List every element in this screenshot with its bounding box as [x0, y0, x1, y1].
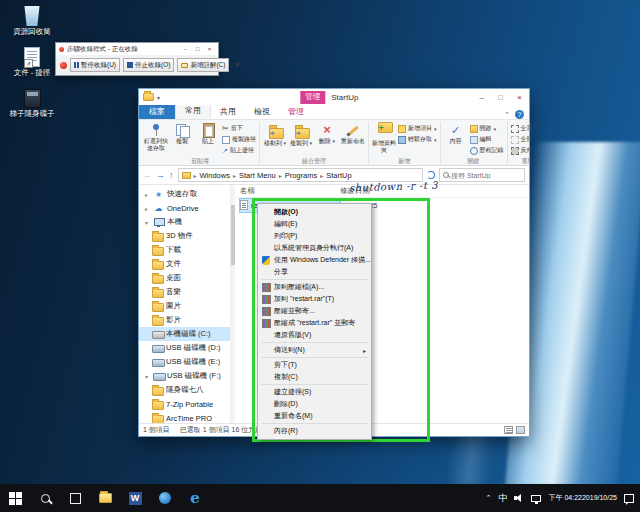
help-icon[interactable]: ?: [515, 110, 524, 119]
desktop-icon-usb-box[interactable]: 梯子隨身碟子: [5, 89, 59, 118]
menu-item-add-to-restart-rar[interactable]: 加到 "restart.rar"(T): [258, 293, 371, 305]
sidebar-item-local-disk-c[interactable]: 本機磁碟 (C:): [139, 327, 230, 341]
steps-recorder-titlebar[interactable]: 步驟收錄程式 - 正在收錄 – □ ×: [56, 43, 218, 55]
task-view-button[interactable]: [60, 484, 90, 512]
menu-item-send-to[interactable]: 傳送到(N)▸: [258, 344, 371, 356]
taskbar-file-explorer[interactable]: [90, 484, 120, 512]
sidebar-item-pictures[interactable]: 圖片: [139, 299, 230, 313]
new-item-button[interactable]: 新增項目▾: [398, 124, 437, 133]
close-icon[interactable]: ×: [510, 90, 529, 104]
breadcrumb-item[interactable]: Windows: [200, 171, 230, 180]
collapse-ribbon-icon[interactable]: ⌃: [504, 111, 510, 119]
history-button[interactable]: 歷程記錄: [470, 146, 504, 155]
menu-item-delete[interactable]: 刪除(D): [258, 398, 371, 410]
add-comment-button[interactable]: 新增註解(C): [177, 58, 229, 72]
pause-record-button[interactable]: 暫停收錄(U): [70, 58, 120, 72]
properties-button[interactable]: ✓ 內容: [444, 122, 468, 145]
chevron-down-icon[interactable]: ▼: [232, 62, 242, 68]
menu-item-compress-to-restart-rar-and-email[interactable]: 壓縮成 "restart.rar" 並郵寄: [258, 317, 371, 329]
breadcrumb-item[interactable]: Start Menu: [239, 171, 276, 180]
sidebar-item-quick-access[interactable]: ▸★快速存取: [139, 187, 230, 201]
menu-item-compress-and-email[interactable]: 壓縮並郵寄...: [258, 305, 371, 317]
rename-button[interactable]: 重新命名: [341, 122, 365, 145]
tab-file[interactable]: 檔案: [139, 104, 175, 119]
app-tools-context-header[interactable]: 管理: [300, 91, 325, 104]
sidebar-item-videos[interactable]: 影片: [139, 313, 230, 327]
breadcrumb[interactable]: ▸ Windows ▸ Start Menu ▸ Programs ▸ Star…: [178, 168, 424, 182]
sidebar-item-onedrive[interactable]: ▸☁OneDrive: [139, 201, 230, 215]
sidebar-item-usb-d[interactable]: USB 磁碟機 (D:): [139, 341, 230, 355]
select-none-button[interactable]: 全部不選: [511, 135, 529, 144]
sidebar-item-this-pc[interactable]: ▾本機: [139, 215, 230, 229]
sidebar-item-usb-f[interactable]: ▾USB 磁碟機 (F:): [139, 369, 230, 383]
tab-view[interactable]: 檢視: [245, 104, 279, 119]
hidden-icons-chevron-icon[interactable]: ⌃: [486, 494, 492, 502]
sidebar-item-music[interactable]: 音樂: [139, 285, 230, 299]
cut-button[interactable]: ✂剪下: [222, 124, 256, 133]
forward-icon[interactable]: →: [156, 171, 165, 180]
back-icon[interactable]: ←: [143, 171, 152, 180]
search-box[interactable]: [439, 168, 525, 182]
delete-button[interactable]: × 刪除 ▾: [315, 122, 339, 145]
menu-item-run-as-admin[interactable]: 以系統管理員身分執行(A): [258, 242, 371, 254]
copy-to-button[interactable]: 複製到 ▾: [289, 122, 313, 147]
sidebar-item-downloads[interactable]: 下載: [139, 243, 230, 257]
select-all-button[interactable]: 全選: [511, 124, 529, 133]
tab-share[interactable]: 共用: [211, 104, 245, 119]
sidebar-item-flashdrive-folder[interactable]: 隨身碟七八: [139, 383, 230, 397]
easy-access-button[interactable]: 輕鬆存取▾: [398, 135, 437, 144]
search-input[interactable]: [451, 172, 519, 179]
close-icon[interactable]: ×: [204, 45, 215, 54]
expander-icon[interactable]: ▾: [143, 219, 150, 226]
network-icon[interactable]: [531, 495, 541, 502]
paste-shortcut-button[interactable]: ↗貼上捷徑: [222, 146, 256, 155]
menu-item-restore-previous-versions[interactable]: 還原舊版(V): [258, 329, 371, 341]
breadcrumb-item[interactable]: StartUp: [326, 171, 351, 180]
move-to-button[interactable]: 移動到 ▾: [263, 122, 287, 147]
action-center-icon[interactable]: [624, 494, 634, 503]
refresh-icon[interactable]: [427, 171, 435, 179]
expander-icon[interactable]: ▾: [143, 373, 150, 380]
pin-to-quick-access-button[interactable]: 釘選到快速存取: [144, 122, 168, 151]
sidebar-item-arctime-pro[interactable]: ArcTime PRO: [139, 411, 230, 423]
menu-item-copy[interactable]: 複製(C): [258, 371, 371, 383]
menu-item-add-to-archive[interactable]: 加到壓縮檔(A)...: [258, 281, 371, 293]
sidebar-item-3d-objects[interactable]: 3D 物件: [139, 229, 230, 243]
menu-item-share[interactable]: 分享: [258, 266, 371, 278]
chevron-down-icon[interactable]: ▾: [157, 94, 160, 101]
taskbar-search-button[interactable]: [30, 484, 60, 512]
desktop-icon-documents-shortcut[interactable]: 文件 - 捷徑: [5, 47, 59, 77]
open-button[interactable]: 開啟▾: [470, 124, 504, 133]
expander-icon[interactable]: ▸: [143, 191, 150, 198]
taskbar-clock[interactable]: 下午 04:22 2019/10/25: [548, 494, 617, 503]
taskbar-word[interactable]: W: [120, 484, 150, 512]
expander-icon[interactable]: ▸: [143, 205, 150, 212]
menu-item-open[interactable]: 開啟(O): [258, 206, 371, 218]
menu-item-rename[interactable]: 重新命名(M): [258, 410, 371, 422]
maximize-icon[interactable]: □: [491, 90, 510, 104]
new-folder-button[interactable]: 新增資料夾: [372, 122, 396, 153]
sidebar-item-7zip-portable[interactable]: 7-Zip Portable: [139, 397, 230, 411]
menu-item-edit[interactable]: 編輯(E): [258, 218, 371, 230]
title-bar[interactable]: ▾ 管理 StartUp – □ ×: [139, 89, 529, 105]
desktop-icon-recycle-bin[interactable]: 資源回收筒: [5, 6, 59, 36]
speaker-icon[interactable]: [514, 494, 524, 503]
sidebar-item-usb-e[interactable]: USB 磁碟機 (E:): [139, 355, 230, 369]
menu-item-print[interactable]: 列印(P): [258, 230, 371, 242]
breadcrumb-item[interactable]: Programs: [285, 171, 318, 180]
menu-item-properties[interactable]: 內容(R): [258, 425, 371, 437]
copy-path-button[interactable]: 複製路徑: [222, 135, 256, 144]
maximize-icon[interactable]: □: [192, 45, 203, 54]
ime-indicator[interactable]: 中: [498, 492, 507, 505]
minimize-icon[interactable]: –: [472, 90, 491, 104]
stop-record-button[interactable]: 停止收錄(O): [123, 58, 174, 72]
invert-selection-button[interactable]: 反向選擇: [511, 146, 529, 155]
edit-button[interactable]: 編輯: [470, 135, 504, 144]
taskbar-edge[interactable]: e: [180, 484, 210, 512]
sidebar-item-desktop[interactable]: 桌面: [139, 271, 230, 285]
up-icon[interactable]: ↑: [169, 171, 174, 180]
details-view-icon[interactable]: [504, 426, 513, 434]
paste-button[interactable]: 貼上: [196, 122, 220, 145]
minimize-icon[interactable]: –: [180, 45, 191, 54]
menu-item-cut[interactable]: 剪下(T): [258, 359, 371, 371]
